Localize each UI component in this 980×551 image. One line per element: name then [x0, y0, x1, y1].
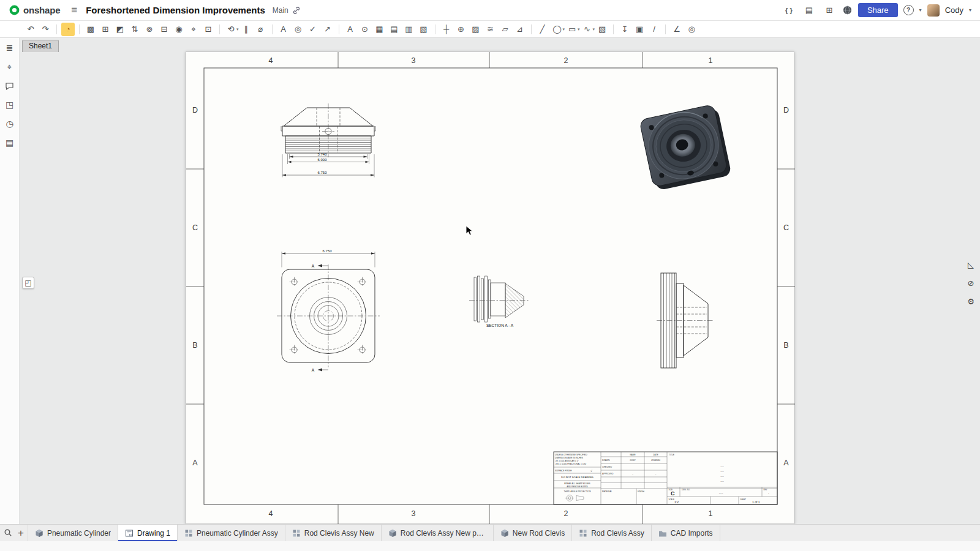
front-dim-6750[interactable]: 6.750 — [317, 171, 327, 174]
front-dim-5740[interactable]: 5.740 — [317, 152, 327, 156]
crop-view-icon[interactable]: ⊡ — [202, 23, 215, 36]
detail-view-icon[interactable]: ⊚ — [143, 23, 156, 36]
section-view-icon[interactable]: ⇅ — [128, 23, 141, 36]
insert-image-icon[interactable]: ▣ — [633, 23, 646, 36]
isometric-view[interactable] — [639, 103, 732, 191]
section-symbol-icon[interactable]: ▨ — [469, 23, 483, 36]
user-caret-icon[interactable]: ▾ — [969, 7, 971, 13]
section-view[interactable]: SECTION A - A — [469, 276, 529, 328]
move-view-icon[interactable]: ⌖ — [187, 23, 200, 36]
sheet-tab[interactable]: Sheet1 — [22, 40, 59, 52]
title-block[interactable]: UNLESS OTHERWISE SPECIFIED: DIMENSIONS A… — [554, 452, 777, 504]
toolbar-separator — [435, 24, 435, 34]
leader-icon[interactable]: ↗ — [321, 23, 334, 36]
material-label: MATERIAL — [602, 490, 612, 493]
find-annotation-icon[interactable]: ⊙ — [358, 23, 372, 36]
tab-rod-clevis-assy[interactable]: Rod Clevis Assy — [572, 525, 652, 541]
drawing-sheet[interactable]: 4 3 2 1 4 3 2 1 D C B A D C B A — [186, 51, 794, 524]
circle-tool-caret-icon[interactable]: ▾ — [563, 27, 565, 32]
broken-view-icon[interactable]: ⊟ — [157, 23, 171, 36]
surface-finish-icon[interactable]: ✓ — [306, 23, 320, 36]
onshape-logo[interactable]: onshape — [9, 4, 60, 16]
search-tabs-icon[interactable] — [4, 528, 13, 538]
edit-appearance-icon[interactable]: ◺ — [965, 258, 977, 271]
drawn-label: DRAWN — [602, 459, 610, 462]
export-3d-icon[interactable]: ◳ — [2, 98, 17, 111]
insert-view-icon[interactable]: ▩ — [84, 23, 97, 36]
radial-dimension-caret-icon[interactable]: ▾ — [236, 27, 239, 32]
rectangle-tool-caret-icon[interactable]: ▾ — [578, 27, 580, 32]
rectangle-tool-icon[interactable]: ▭ — [565, 23, 579, 36]
redo-icon[interactable]: ↷ — [39, 23, 52, 36]
help-icon[interactable]: ? — [903, 5, 914, 15]
ordinate-dimension-icon[interactable]: ∥ — [239, 23, 253, 36]
centerline-icon[interactable]: ┼ — [440, 23, 453, 36]
auxiliary-view-icon[interactable]: ◩ — [113, 23, 127, 36]
tab-label: Rod Clevis Assy — [591, 529, 644, 538]
app-store-icon[interactable]: ⊞ — [822, 3, 837, 18]
measure-icon[interactable]: ∠ — [670, 23, 684, 36]
status-strip — [0, 541, 980, 551]
dimension-tool-icon[interactable]: ◔ — [61, 23, 75, 36]
tab-drawing-1[interactable]: Drawing 1 — [118, 525, 178, 541]
transform-icon[interactable]: ⌖ — [2, 60, 17, 73]
tab-cad-imports[interactable]: CAD Imports — [652, 525, 720, 541]
spline-tool-caret-icon[interactable]: ▾ — [593, 27, 595, 32]
inspect-icon[interactable]: ◎ — [685, 23, 698, 36]
circle-tool-icon[interactable]: ◯ — [551, 23, 564, 36]
learning-center-icon[interactable] — [842, 5, 853, 15]
side-view[interactable] — [657, 273, 713, 368]
top-view[interactable]: A A 6.750 — [277, 249, 380, 372]
featurescript-icon[interactable]: { } — [782, 3, 796, 18]
export-dxf-icon[interactable]: ↧ — [618, 23, 631, 36]
add-tab-button[interactable]: + — [18, 528, 24, 538]
share-link-icon[interactable] — [292, 6, 301, 15]
tab-pneumatic-cylinder-assy[interactable]: Pneumatic Cylinder Assy — [178, 525, 285, 541]
top-dim-6750[interactable]: 6.750 — [322, 249, 332, 253]
hole-table-icon[interactable]: ▥ — [402, 23, 416, 36]
front-dim-5990[interactable]: 5.990 — [317, 158, 327, 162]
user-avatar[interactable] — [927, 4, 940, 17]
size-value: C — [671, 490, 675, 497]
drawing-canvas[interactable]: Sheet1 ◰ — [20, 38, 980, 524]
datum-icon[interactable]: ⊿ — [513, 23, 527, 36]
tab-pneumatic-cylinder[interactable]: Pneumatic Cylinder — [28, 525, 118, 541]
feature-control-icon[interactable]: ▱ — [499, 23, 512, 36]
share-button[interactable]: Share — [858, 3, 898, 17]
balloon-icon[interactable]: ◎ — [292, 23, 305, 36]
hatch-tool-icon[interactable]: ▧ — [595, 23, 609, 36]
part-studio-icon — [35, 529, 43, 538]
sheet-navigation-button[interactable]: ◰ — [22, 277, 34, 289]
tab-rod-clevis-assy-new-part[interactable]: Rod Clevis Assy New pa... — [382, 525, 494, 541]
sheets-panel-icon[interactable]: ≣ — [2, 41, 17, 54]
history-icon[interactable]: ◷ — [2, 117, 17, 130]
tab-new-rod-clevis[interactable]: New Rod Clevis — [494, 525, 572, 541]
revision-table-icon[interactable]: ▧ — [417, 23, 431, 36]
tolerance-icon[interactable]: ⌀ — [254, 23, 268, 36]
line-tool-icon[interactable]: ╱ — [536, 23, 549, 36]
bom-table-icon[interactable]: ▤ — [388, 23, 401, 36]
report-icon[interactable]: ▤ — [802, 3, 816, 18]
settings-icon[interactable]: ⚙ — [965, 295, 977, 307]
tolerance-line: .XXX ± 0.005 FRACTIONAL ± 1/32 — [555, 463, 586, 465]
weld-symbol-icon[interactable]: ≋ — [484, 23, 497, 36]
center-mark-icon[interactable]: ⊕ — [454, 23, 468, 36]
branch-label[interactable]: Main — [273, 6, 288, 15]
undo-icon[interactable]: ↶ — [24, 23, 37, 36]
projected-view-icon[interactable]: ⊞ — [99, 23, 112, 36]
radial-dimension-icon[interactable]: ⟲ — [224, 23, 238, 36]
note-icon[interactable]: A — [277, 23, 290, 36]
table-icon[interactable]: ▦ — [373, 23, 386, 36]
properties-icon[interactable]: ▤ — [2, 136, 17, 149]
breakout-view-icon[interactable]: ◉ — [172, 23, 186, 36]
tab-rod-clevis-assy-new[interactable]: Rod Clevis Assy New — [285, 525, 382, 541]
hide-annotations-icon[interactable]: ⊘ — [965, 277, 977, 289]
hamburger-menu-icon[interactable]: ≡ — [71, 4, 77, 17]
comments-icon[interactable] — [2, 79, 17, 92]
spline-tool-icon[interactable]: ∿ — [581, 23, 594, 36]
help-caret-icon[interactable]: ▾ — [919, 7, 922, 13]
user-name[interactable]: Cody — [945, 6, 963, 15]
front-view[interactable]: 5.740 5.990 6.750 — [281, 103, 375, 178]
sketch-edit-icon[interactable]: / — [647, 23, 661, 36]
text-tool-icon[interactable]: A — [344, 23, 357, 36]
